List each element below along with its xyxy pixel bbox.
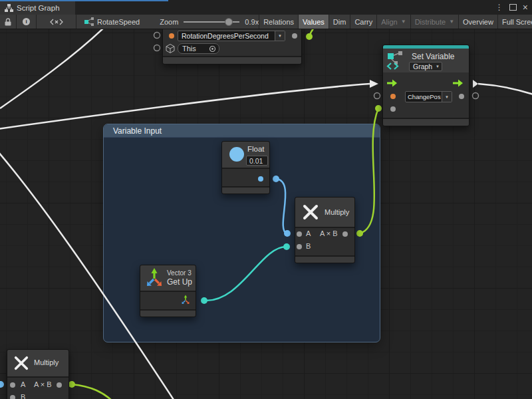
port-out[interactable] bbox=[57, 382, 62, 388]
menu-kebab-icon[interactable]: ⋮ bbox=[495, 3, 503, 11]
node-footer bbox=[163, 56, 301, 64]
zoom-control: Zoom 0.9x bbox=[146, 15, 259, 29]
port-value-out[interactable] bbox=[459, 94, 464, 99]
port-variable-name[interactable] bbox=[390, 94, 396, 99]
flow-out-arrow-icon[interactable] bbox=[452, 79, 464, 87]
float-value-field[interactable]: 0.01 bbox=[246, 156, 268, 166]
lock-button[interactable] bbox=[0, 15, 17, 29]
chevron-down-icon: ▼ bbox=[449, 19, 454, 25]
button-align[interactable]: Align▼ bbox=[377, 15, 410, 29]
code-icon bbox=[50, 19, 63, 25]
chevron-down-icon: ▼ bbox=[434, 63, 442, 70]
button-carry[interactable]: Carry bbox=[350, 15, 377, 29]
chevron-down-icon: ▼ bbox=[442, 92, 452, 102]
tab-title: Script Graph bbox=[17, 4, 60, 12]
node-multiply-bottom[interactable]: Multiply A A × B B bbox=[7, 349, 69, 399]
graph-canvas[interactable]: Variable Input RotationDegreesPerSecond bbox=[0, 29, 532, 399]
button-overview[interactable]: Overview bbox=[459, 15, 498, 29]
zoom-slider-knob[interactable] bbox=[225, 18, 233, 26]
port-value-out[interactable] bbox=[258, 176, 263, 182]
node-get-variable[interactable]: RotationDegreesPerSecond ▼ This bbox=[162, 29, 302, 65]
graph-reference-label: RotateSpeed bbox=[97, 18, 140, 26]
maximize-icon[interactable] bbox=[509, 4, 517, 11]
wire-blue-float-to-multiply[interactable] bbox=[276, 179, 287, 233]
node-title: Multiply bbox=[325, 208, 349, 216]
graph-reference-button[interactable]: RotateSpeed bbox=[76, 15, 146, 29]
port-vector-out-icon[interactable] bbox=[180, 295, 191, 305]
node-title: Set Variable bbox=[412, 52, 454, 61]
wire-endpoint[interactable] bbox=[306, 33, 313, 40]
wire-endpoint[interactable] bbox=[201, 297, 207, 304]
port-out[interactable] bbox=[342, 231, 348, 237]
float-type-icon bbox=[229, 147, 244, 162]
variable-name-dropdown[interactable]: RotationDegreesPerSecond ▼ bbox=[178, 31, 285, 41]
zoom-value: 0.9x bbox=[245, 18, 259, 26]
port-b[interactable] bbox=[297, 244, 302, 249]
wire-endpoint[interactable] bbox=[375, 105, 382, 112]
node-set-variable[interactable]: Set Variable Graph ▼ ChangePos ▼ bbox=[382, 45, 469, 126]
wire-endpoint[interactable] bbox=[68, 381, 75, 388]
button-fullscreen[interactable]: Full Screen bbox=[498, 15, 532, 29]
port-variable-name[interactable] bbox=[169, 33, 174, 39]
port-b-label: B bbox=[306, 242, 311, 250]
port-out-label: A × B bbox=[320, 229, 338, 237]
port-out-label: A × B bbox=[34, 380, 52, 388]
set-variable-icon bbox=[386, 51, 406, 70]
wire-teal-getup-to-multiply[interactable] bbox=[204, 247, 286, 301]
port-value-in[interactable] bbox=[390, 106, 396, 112]
button-relations[interactable]: Relations bbox=[259, 15, 299, 29]
port-a-label: A bbox=[21, 380, 25, 388]
wire-endpoint[interactable] bbox=[356, 230, 363, 237]
port-unconnected[interactable] bbox=[154, 45, 160, 51]
tab-script-graph[interactable]: Script Graph bbox=[0, 1, 75, 15]
object-picker-icon[interactable] bbox=[209, 45, 216, 53]
port-unconnected[interactable] bbox=[473, 93, 479, 99]
info-button[interactable]: i bbox=[17, 15, 37, 29]
multiply-icon bbox=[302, 203, 319, 221]
node-float-literal[interactable]: Float 0.01 bbox=[221, 141, 270, 194]
port-value-out[interactable] bbox=[292, 33, 297, 39]
port-a[interactable] bbox=[10, 382, 15, 388]
wire-endpoint[interactable] bbox=[284, 230, 291, 237]
code-view-button[interactable] bbox=[37, 15, 76, 29]
tab-bar: Script Graph ⋮ × bbox=[0, 0, 532, 15]
target-field[interactable]: This bbox=[178, 43, 219, 54]
close-icon[interactable]: × bbox=[523, 3, 528, 12]
flow-arrow-in[interactable] bbox=[370, 80, 378, 88]
wire-endpoint[interactable] bbox=[283, 243, 290, 250]
graph-icon bbox=[5, 4, 13, 12]
node-footer bbox=[383, 118, 469, 126]
multiply-icon bbox=[13, 355, 29, 371]
wire-green-bottom[interactable] bbox=[72, 384, 112, 399]
wire-green-multiply-to-setvariable[interactable] bbox=[360, 108, 378, 233]
zoom-slider[interactable] bbox=[184, 21, 239, 23]
wire-endpoint[interactable] bbox=[0, 381, 4, 388]
graph-toolbar: i RotateSpeed Zoom 0.9x Relations Values… bbox=[0, 15, 532, 29]
node-vector3-get-up[interactable]: Vector 3 Get Up bbox=[140, 265, 196, 317]
flow-arrow-out[interactable] bbox=[473, 80, 478, 88]
node-footer bbox=[222, 186, 269, 194]
node-footer bbox=[295, 255, 354, 263]
flow-in-arrow-icon[interactable] bbox=[386, 79, 398, 87]
node-multiply[interactable]: Multiply A A × B B bbox=[295, 197, 355, 263]
button-distribute[interactable]: Distribute▼ bbox=[411, 15, 459, 29]
wire-endpoint[interactable] bbox=[273, 176, 279, 182]
wire-white-topleft[interactable] bbox=[0, 29, 105, 108]
node-title: Multiply bbox=[34, 358, 59, 366]
port-unconnected[interactable] bbox=[374, 93, 380, 99]
variable-name-dropdown[interactable]: ChangePos ▼ bbox=[405, 91, 452, 102]
wire-white-from-set-variable[interactable] bbox=[478, 84, 532, 94]
info-icon: i bbox=[23, 18, 30, 25]
chevron-down-icon: ▼ bbox=[275, 31, 285, 41]
port-a[interactable] bbox=[297, 231, 302, 237]
port-b[interactable] bbox=[10, 395, 15, 399]
node-footer bbox=[140, 309, 196, 317]
button-dim[interactable]: Dim bbox=[329, 15, 351, 29]
button-values[interactable]: Values bbox=[299, 15, 329, 29]
wire-white-to-set-variable[interactable] bbox=[0, 84, 370, 129]
port-unconnected[interactable] bbox=[154, 33, 160, 39]
scope-dropdown[interactable]: Graph ▼ bbox=[409, 62, 442, 71]
node-type: Vector 3 bbox=[167, 269, 192, 277]
cube-icon bbox=[165, 43, 176, 54]
node-title: Float bbox=[247, 145, 265, 153]
